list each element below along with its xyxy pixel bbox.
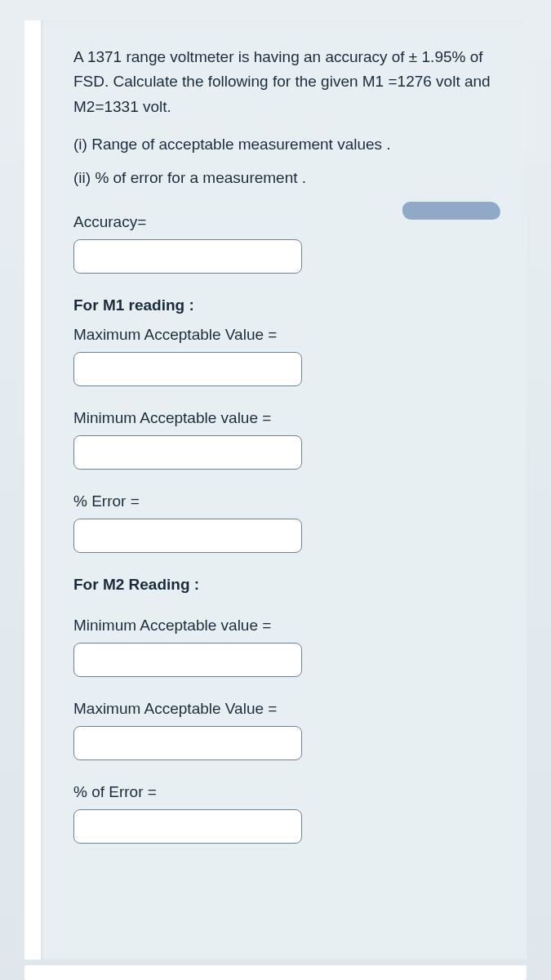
m2-max-group: Maximum Acceptable Value = <box>73 700 494 760</box>
m1-error-input[interactable] <box>73 519 302 553</box>
m2-min-label: Minimum Acceptable value = <box>73 617 494 635</box>
bottom-bar <box>24 965 527 980</box>
m1-error-label: % Error = <box>73 492 494 510</box>
m1-heading: For M1 reading : <box>73 296 494 314</box>
m1-error-group: % Error = <box>73 492 494 553</box>
m2-max-input[interactable] <box>73 726 302 760</box>
m2-error-input[interactable] <box>73 809 302 844</box>
m2-error-label: % of Error = <box>73 783 494 801</box>
m1-max-label: Maximum Acceptable Value = <box>73 326 494 344</box>
subpoint-ii: (ii) % of error for a measurement . <box>73 166 494 190</box>
m2-min-group: Minimum Acceptable value = <box>73 617 494 677</box>
m1-min-group: Minimum Acceptable value = <box>73 409 494 470</box>
m2-min-input[interactable] <box>73 643 302 677</box>
question-container: A 1371 range voltmeter is having an accu… <box>24 20 527 960</box>
m1-max-group: Maximum Acceptable Value = <box>73 326 494 386</box>
m1-min-label: Minimum Acceptable value = <box>73 409 494 427</box>
m2-heading: For M2 Reading : <box>73 576 494 594</box>
m1-min-input[interactable] <box>73 435 302 470</box>
m1-max-input[interactable] <box>73 352 302 386</box>
problem-statement: A 1371 range voltmeter is having an accu… <box>73 45 494 119</box>
accuracy-group: Accuracy= <box>73 213 494 274</box>
redaction-mark <box>402 202 500 220</box>
m2-error-group: % of Error = <box>73 783 494 844</box>
m2-max-label: Maximum Acceptable Value = <box>73 700 494 718</box>
accuracy-input[interactable] <box>73 239 302 274</box>
subpoint-i: (i) Range of acceptable measurement valu… <box>73 132 494 157</box>
